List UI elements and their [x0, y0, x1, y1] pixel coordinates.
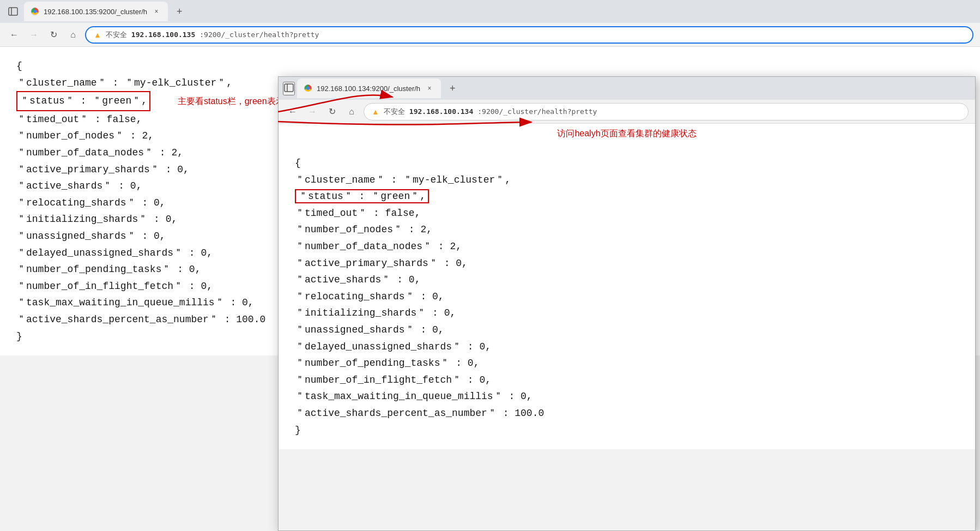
browser1-status-line: ＂status＂ : ＂green＂,: [16, 91, 150, 111]
browser2-new-tab[interactable]: +: [443, 79, 462, 98]
browser2-tab-favicon: [304, 84, 312, 93]
browser2-line6: ＂active_primary_shards＂ : 0,: [295, 255, 959, 272]
browser2-back-btn[interactable]: ←: [285, 104, 300, 119]
browser2-warning-icon: ▲: [372, 107, 379, 116]
browser2-line9: ＂initializing_shards＂ : 0,: [295, 305, 959, 322]
browser1-nav-bar: ← → ↻ ⌂ ▲ 不安全 192.168.100.135:9200/_clus…: [0, 23, 980, 47]
browser2-line7: ＂active_shards＂ : 0,: [295, 271, 959, 288]
browser2-refresh-btn[interactable]: ↻: [324, 104, 340, 119]
browser2-new-tab-icon: +: [450, 83, 456, 94]
browser2-warning-text: 不安全: [384, 107, 405, 117]
browser2-line3: ＂timed_out＂ : false,: [295, 205, 959, 222]
browser1-line0: {: [16, 58, 964, 75]
sidebar-toggle-btn[interactable]: [4, 3, 22, 20]
svg-point-3: [33, 10, 37, 13]
browser2-line1: ＂cluster_name＂ : ＂my-elk_cluster＂,: [295, 172, 959, 189]
browser1-tab-bar: 192.168.100.135:9200/_cluster/h × +: [0, 0, 980, 23]
browser2-url-host: 192.168.100.134: [409, 107, 473, 116]
browser2-status-line: ＂status＂ : ＂green＂,: [295, 189, 429, 203]
browser2-tab-close[interactable]: ×: [425, 83, 434, 93]
browser1-warning-text: 不安全: [106, 30, 127, 40]
browser2-active-tab[interactable]: 192.168.100.134:9200/_cluster/h ×: [297, 79, 441, 98]
browser2-line14: ＂task_max_waiting_in_queue_millis＂ : 0,: [295, 388, 959, 405]
svg-rect-4: [285, 84, 293, 92]
browser1-refresh-btn[interactable]: ↻: [46, 27, 61, 43]
browser2-health-annotation: 访问healyh页面查看集群的健康状态: [279, 124, 975, 144]
browser1-tab-label: 192.168.100.135:9200/_cluster/h: [44, 8, 147, 16]
browser2-line16: }: [295, 422, 959, 439]
browser2-home-btn[interactable]: ⌂: [344, 104, 359, 119]
browser2-line12: ＂number_of_pending_tasks＂ : 0,: [295, 355, 959, 372]
browser2-content: { ＂cluster_name＂ : ＂my-elk_cluster＂, ＂st…: [279, 144, 975, 449]
browser2-line8: ＂relocating_shards＂ : 0,: [295, 288, 959, 305]
browser1-url-path: :9200/_cluster/health?pretty: [199, 31, 319, 39]
browser1-tab-close[interactable]: ×: [152, 7, 161, 16]
browser1-url-host: 192.168.100.135: [131, 31, 195, 39]
browser2-line0: {: [295, 155, 959, 172]
browser1-home-btn[interactable]: ⌂: [65, 27, 81, 43]
browser2-sidebar-toggle[interactable]: [283, 82, 295, 95]
browser2-line10: ＂unassigned_shards＂ : 0,: [295, 322, 959, 339]
new-tab-icon: +: [177, 6, 183, 17]
browser2-forward-btn[interactable]: →: [305, 104, 320, 119]
browser2-line5: ＂number_of_data_nodes＂ : 2,: [295, 238, 959, 255]
browser2-line4: ＂number_of_nodes＂ : 2,: [295, 221, 959, 238]
browser2-nav-bar: ← → ↻ ⌂ ▲ 不安全 192.168.100.134:9200/_clus…: [279, 100, 975, 124]
svg-rect-0: [9, 8, 17, 15]
browser2-tab-label: 192.168.100.134:9200/_cluster/h: [317, 85, 420, 93]
browser2-address-bar[interactable]: ▲ 不安全 192.168.100.134:9200/_cluster/heal…: [364, 103, 969, 120]
browser1-address-bar[interactable]: ▲ 不安全 192.168.100.135:9200/_cluster/heal…: [85, 26, 973, 44]
browser1-active-tab[interactable]: 192.168.100.135:9200/_cluster/h ×: [24, 2, 168, 21]
browser1-tab-favicon: [31, 7, 39, 16]
browser2-url-path: :9200/_cluster/health?pretty: [477, 107, 597, 116]
browser2-line13: ＂number_of_in_flight_fetch＂ : 0,: [295, 372, 959, 389]
browser1-warning-icon: ▲: [94, 31, 101, 39]
browser2: 192.168.100.134:9200/_cluster/h × + ← → …: [278, 76, 976, 531]
svg-point-6: [306, 87, 310, 90]
browser2-line11: ＂delayed_unassigned_shards＂ : 0,: [295, 339, 959, 355]
browser1-forward-btn[interactable]: →: [26, 27, 41, 43]
browser2-line2: ＂status＂ : ＂green＂,: [295, 188, 959, 205]
browser2-tab-bar: 192.168.100.134:9200/_cluster/h × +: [279, 77, 975, 100]
browser2-line15: ＂active_shards_percent_as_number＂ : 100.…: [295, 405, 959, 422]
browser1-back-btn[interactable]: ←: [7, 27, 22, 43]
browser1-new-tab[interactable]: +: [170, 2, 189, 21]
